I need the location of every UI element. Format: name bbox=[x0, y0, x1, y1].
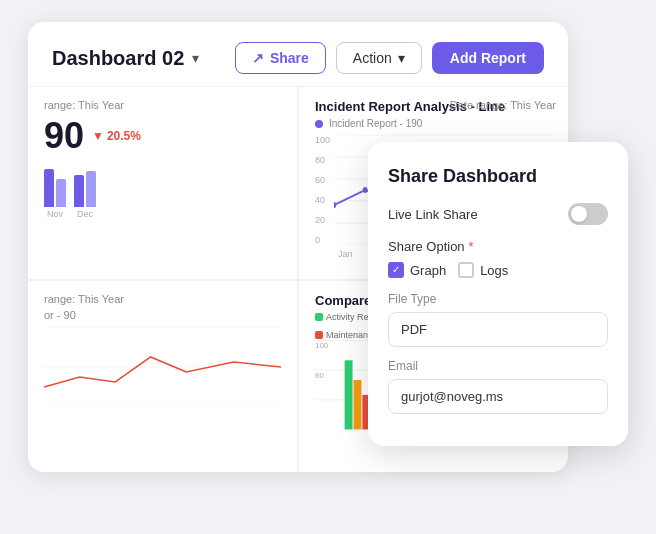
logs-checkbox[interactable] bbox=[458, 262, 474, 278]
svg-text:80: 80 bbox=[315, 371, 324, 380]
share-option-label-row: Share Option * bbox=[388, 239, 608, 254]
required-star: * bbox=[469, 239, 474, 254]
legend-label-incident: Incident Report - 190 bbox=[329, 118, 422, 129]
bar-group-nov: Nov bbox=[44, 169, 66, 219]
svg-rect-23 bbox=[354, 380, 362, 429]
y-label-0: 0 bbox=[315, 235, 330, 245]
y-label-80: 80 bbox=[315, 155, 330, 165]
y-label-100: 100 bbox=[315, 135, 330, 145]
title-group: Dashboard 02 ▾ bbox=[52, 47, 199, 70]
email-label: Email bbox=[388, 359, 608, 373]
down-arrow-icon: ▼ bbox=[92, 129, 104, 143]
bar-nov-2 bbox=[56, 179, 66, 207]
svg-point-6 bbox=[334, 202, 336, 208]
svg-point-7 bbox=[363, 187, 368, 193]
bar-nov-label: Nov bbox=[47, 209, 63, 219]
legend-dot-incident bbox=[315, 120, 323, 128]
panel-top-left: range: This Year 90 ▼ 20.5% Nov bbox=[28, 87, 298, 280]
x-jan: Jan bbox=[338, 249, 353, 259]
mini-bar-chart: Nov Dec bbox=[44, 169, 281, 219]
graph-checkbox-item[interactable]: ✓ Graph bbox=[388, 262, 446, 278]
y-label-20: 20 bbox=[315, 215, 330, 225]
modal-title: Share Dashboard bbox=[388, 166, 608, 187]
bottom-left-chart bbox=[44, 327, 281, 407]
panel-bottom-sub: or - 90 bbox=[44, 309, 281, 321]
chevron-down-icon: ▾ bbox=[398, 50, 405, 66]
file-type-section: File Type bbox=[388, 292, 608, 347]
live-link-label: Live Link Share bbox=[388, 207, 478, 222]
logs-checkbox-item[interactable]: Logs bbox=[458, 262, 508, 278]
file-type-label: File Type bbox=[388, 292, 608, 306]
big-number: 90 bbox=[44, 115, 84, 157]
graph-checkbox[interactable]: ✓ bbox=[388, 262, 404, 278]
file-type-input[interactable] bbox=[388, 312, 608, 347]
panel-bottom-left: range: This Year or - 90 bbox=[28, 280, 298, 472]
y-axis: 100 80 60 40 20 0 bbox=[315, 135, 330, 245]
checkbox-group: ✓ Graph Logs bbox=[388, 262, 608, 278]
toggle-knob bbox=[571, 206, 587, 222]
share-icon: ↗ bbox=[252, 50, 264, 66]
bar-dec-label: Dec bbox=[77, 209, 93, 219]
share-button[interactable]: ↗ Share bbox=[235, 42, 326, 74]
svg-rect-22 bbox=[345, 360, 353, 429]
add-report-button[interactable]: Add Report bbox=[432, 42, 544, 74]
action-button[interactable]: Action ▾ bbox=[336, 42, 422, 74]
bar-nov-1 bbox=[44, 169, 54, 207]
y-label-60: 60 bbox=[315, 175, 330, 185]
panel-bottom-left-label: range: This Year bbox=[44, 293, 281, 305]
change-badge: ▼ 20.5% bbox=[92, 129, 141, 143]
legend-color-activity bbox=[315, 313, 323, 321]
email-input[interactable] bbox=[388, 379, 608, 414]
check-icon: ✓ bbox=[392, 265, 400, 275]
share-option-label: Share Option bbox=[388, 239, 465, 254]
chevron-down-icon[interactable]: ▾ bbox=[192, 50, 199, 66]
dashboard-header: Dashboard 02 ▾ ↗ Share Action ▾ Add Repo… bbox=[28, 22, 568, 87]
share-option-section: Share Option * ✓ Graph Logs bbox=[388, 239, 608, 278]
share-modal: Share Dashboard Live Link Share Share Op… bbox=[368, 142, 628, 446]
y-label-40: 40 bbox=[315, 195, 330, 205]
live-link-toggle[interactable] bbox=[568, 203, 608, 225]
email-section: Email bbox=[388, 359, 608, 414]
bar-dec-2 bbox=[86, 171, 96, 207]
dashboard-title: Dashboard 02 bbox=[52, 47, 184, 70]
logs-label: Logs bbox=[480, 263, 508, 278]
header-actions: ↗ Share Action ▾ Add Report bbox=[235, 42, 544, 74]
date-range: Date range: This Year bbox=[450, 99, 556, 111]
legend-color-maintenance bbox=[315, 331, 323, 339]
panel-top-left-label: range: This Year bbox=[44, 99, 281, 111]
graph-label: Graph bbox=[410, 263, 446, 278]
bar-group-dec: Dec bbox=[74, 171, 96, 219]
live-link-row: Live Link Share bbox=[388, 203, 608, 225]
svg-text:100: 100 bbox=[315, 341, 329, 350]
bar-dec-1 bbox=[74, 175, 84, 207]
chart-legend: Incident Report - 190 bbox=[315, 118, 552, 129]
